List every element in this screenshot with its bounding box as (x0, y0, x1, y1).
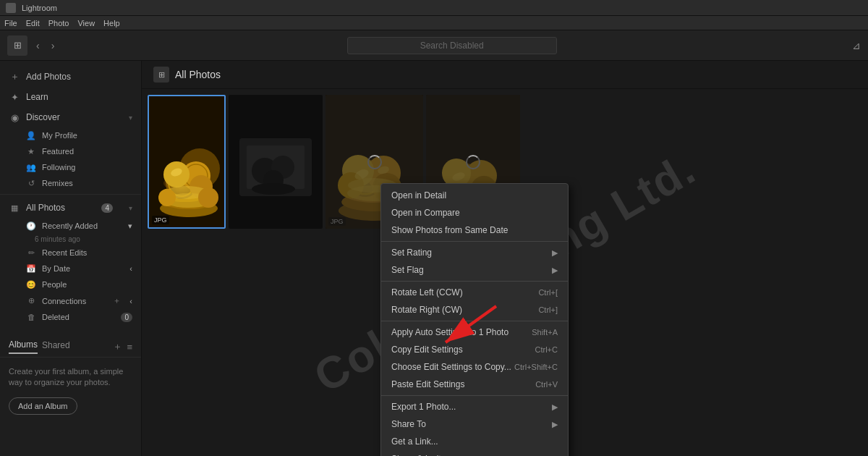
ctx-share-to[interactable]: Share To ▶ (381, 415, 568, 433)
ctx-sep-1 (381, 241, 568, 242)
top-toolbar: ⊞ ‹ › Search Disabled ⊿ (0, 30, 868, 61)
ctx-choose-edit[interactable]: Choose Edit Settings to Copy... Ctrl+Shi… (381, 358, 568, 376)
ctx-paste-edit[interactable]: Paste Edit Settings Ctrl+V (381, 376, 568, 393)
sidebar-item-following[interactable]: 👥 Following (0, 159, 141, 175)
all-photos-icon: ▦ (9, 202, 20, 214)
menu-photo[interactable]: Photo (48, 19, 69, 28)
menu-bar: File Edit Photo View Help (0, 16, 868, 30)
sidebar-all-photos[interactable]: ▦ All Photos 4 ▾ (0, 198, 141, 218)
discover-chevron: ▾ (129, 114, 132, 122)
sidebar-item-learn[interactable]: ✦ Learn (0, 87, 141, 107)
app-title: Lightroom (22, 4, 57, 12)
add-album-icon[interactable]: ＋ (113, 340, 122, 353)
svg-point-15 (198, 187, 218, 208)
main-layout: ＋ Add Photos ✦ Learn ◉ Discover ▾ 👤 My P… (0, 61, 868, 456)
album-list-icon[interactable]: ≡ (127, 342, 132, 352)
svg-point-14 (158, 189, 176, 206)
sidebar-item-discover[interactable]: ◉ Discover ▾ (0, 107, 141, 127)
ctx-export[interactable]: Export 1 Photo... ▶ (381, 398, 568, 415)
connections-icon: ⊕ (26, 296, 36, 306)
all-photos-count: 4 (101, 203, 113, 213)
menu-file[interactable]: File (4, 19, 17, 28)
tab-shared[interactable]: Shared (42, 340, 70, 353)
remixes-icon: ↺ (26, 178, 36, 188)
content-title: All Photos (175, 69, 221, 80)
tab-albums[interactable]: Albums (9, 339, 38, 354)
sidebar-recently-added[interactable]: 🕐 Recently Added ▾ (0, 218, 141, 234)
add-photos-button[interactable]: ＋ Add Photos (0, 67, 141, 87)
content-header: ⊞ All Photos (142, 61, 868, 89)
context-menu: Open in Detail Open in Compare Show Phot… (380, 183, 569, 456)
ctx-copy-edit[interactable]: Copy Edit Settings Ctrl+C (381, 341, 568, 358)
app-icon (6, 3, 16, 13)
deleted-count: 0 (121, 313, 132, 322)
profile-icon: 👤 (26, 130, 36, 140)
ctx-set-rating[interactable]: Set Rating ▶ (381, 244, 568, 261)
sidebar-item-featured[interactable]: ★ Featured (0, 143, 141, 159)
ctx-get-link[interactable]: Get a Link... (381, 433, 568, 450)
featured-icon: ★ (26, 146, 36, 156)
recently-added-chevron: ▾ (128, 221, 132, 231)
sidebar-item-profile[interactable]: 👤 My Profile (0, 127, 141, 143)
ctx-auto-settings[interactable]: Apply Auto Settings to 1 Photo Shift+A (381, 324, 568, 341)
photo-thumb-1[interactable]: JPG (148, 95, 226, 229)
forward-button[interactable]: › (48, 38, 58, 53)
by-date-chevron: ‹ (129, 264, 132, 273)
discover-icon: ◉ (9, 111, 20, 123)
filter-icon[interactable]: ⊿ (852, 40, 861, 51)
ctx-sep-2 (381, 281, 568, 282)
ctx-show-same-date[interactable]: Show Photos from Same Date (381, 221, 568, 239)
back-button[interactable]: ‹ (33, 38, 43, 53)
plus-icon: ＋ (9, 71, 20, 83)
content-area: ⊞ All Photos (142, 61, 868, 456)
svg-point-23 (252, 183, 295, 195)
recently-added-icon: 🕐 (26, 221, 36, 231)
recent-edits-icon: ✏ (26, 248, 36, 258)
content-grid-icon: ⊞ (153, 67, 169, 83)
menu-help[interactable]: Help (103, 19, 120, 28)
photo-label-1: JPG (152, 216, 169, 224)
sidebar-people[interactable]: 😊 People (0, 276, 141, 292)
sidebar-item-remixes[interactable]: ↺ Remixes (0, 175, 141, 191)
ctx-sep-4 (381, 395, 568, 396)
people-icon: 😊 (26, 279, 36, 290)
menu-edit[interactable]: Edit (26, 19, 40, 28)
sidebar-connections[interactable]: ⊕ Connections ＋ ‹ (0, 292, 141, 309)
ctx-flag-arrow: ▶ (552, 266, 558, 275)
photo-thumb-2[interactable] (229, 95, 323, 229)
ctx-sep-3 (381, 321, 568, 321)
sidebar-deleted[interactable]: 🗑 Deleted 0 (0, 309, 141, 325)
ctx-share-arrow: ▶ (552, 420, 558, 429)
grid-view-button[interactable]: ⊞ (7, 35, 27, 56)
connections-chevron: ‹ (129, 297, 132, 305)
loading-spinner-3 (367, 155, 382, 169)
ctx-share-invite[interactable]: Share & Invite... (381, 450, 568, 456)
ctx-open-detail[interactable]: Open in Detail (381, 187, 568, 204)
learn-icon: ✦ (9, 91, 20, 103)
ctx-rotate-right[interactable]: Rotate Right (CW) Ctrl+] (381, 301, 568, 318)
ctx-rotate-left[interactable]: Rotate Left (CCW) Ctrl+[ (381, 284, 568, 301)
title-bar: Lightroom (0, 0, 868, 16)
photo-grid: JPG (142, 89, 868, 456)
sidebar: ＋ Add Photos ✦ Learn ◉ Discover ▾ 👤 My P… (0, 61, 142, 456)
ctx-rating-arrow: ▶ (552, 248, 558, 258)
ctx-open-compare[interactable]: Open in Compare (381, 204, 568, 221)
add-album-button[interactable]: Add an Album (9, 397, 77, 415)
time-ago-label: 6 minutes ago (0, 234, 141, 245)
loading-spinner-4 (466, 155, 480, 169)
sidebar-recent-edits[interactable]: ✏ Recent Edits (0, 245, 141, 261)
by-date-icon: 📅 (26, 263, 36, 274)
ctx-export-arrow: ▶ (552, 402, 558, 412)
sidebar-by-date[interactable]: 📅 By Date ‹ (0, 261, 141, 276)
album-create-msg: Create your first album, a simple way to… (0, 360, 141, 394)
deleted-icon: 🗑 (26, 312, 36, 322)
ctx-set-flag[interactable]: Set Flag ▶ (381, 261, 568, 279)
menu-view[interactable]: View (77, 19, 95, 28)
following-icon: 👥 (26, 162, 36, 172)
search-bar: Search Disabled (63, 37, 841, 54)
search-input[interactable]: Search Disabled (347, 37, 557, 54)
all-photos-chevron: ▾ (129, 204, 132, 212)
